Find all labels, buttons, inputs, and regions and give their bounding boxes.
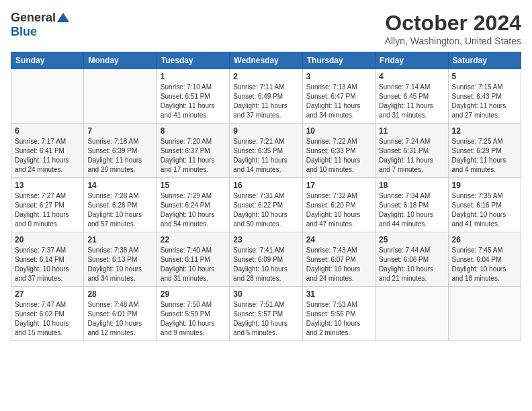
sunset-text: Sunset: 6:39 PM bbox=[87, 146, 152, 156]
sunset-text: Sunset: 6:09 PM bbox=[233, 255, 298, 265]
calendar-week-row: 6Sunrise: 7:17 AMSunset: 6:41 PMDaylight… bbox=[11, 124, 521, 178]
calendar-week-row: 13Sunrise: 7:27 AMSunset: 6:27 PMDayligh… bbox=[11, 178, 521, 232]
day-info: Sunrise: 7:27 AMSunset: 6:27 PMDaylight:… bbox=[15, 191, 80, 229]
sunset-text: Sunset: 6:35 PM bbox=[233, 146, 298, 156]
day-number: 15 bbox=[161, 181, 226, 190]
day-number: 21 bbox=[87, 235, 152, 244]
sunset-text: Sunset: 6:49 PM bbox=[233, 92, 298, 101]
day-info: Sunrise: 7:47 AMSunset: 6:02 PMDaylight:… bbox=[15, 300, 80, 338]
sunrise-text: Sunrise: 7:25 AM bbox=[452, 137, 517, 146]
calendar-week-row: 1Sunrise: 7:10 AMSunset: 6:51 PMDaylight… bbox=[11, 69, 521, 124]
day-number: 2 bbox=[233, 72, 298, 81]
logo: General Blue bbox=[11, 11, 69, 39]
daylight-text: Daylight: 10 hours and 34 minutes. bbox=[87, 265, 152, 283]
day-number: 11 bbox=[379, 126, 444, 136]
day-number: 10 bbox=[306, 126, 371, 136]
day-info: Sunrise: 7:32 AMSunset: 6:20 PMDaylight:… bbox=[306, 191, 371, 229]
sunrise-text: Sunrise: 7:22 AM bbox=[306, 137, 371, 146]
day-info: Sunrise: 7:45 AMSunset: 6:04 PMDaylight:… bbox=[452, 246, 517, 283]
sunrise-text: Sunrise: 7:24 AM bbox=[379, 137, 444, 146]
weekday-header: Thursday bbox=[302, 52, 375, 69]
daylight-text: Daylight: 11 hours and 24 minutes. bbox=[15, 156, 80, 175]
calendar-cell: 27Sunrise: 7:47 AMSunset: 6:02 PMDayligh… bbox=[11, 287, 84, 341]
calendar-cell bbox=[11, 69, 84, 124]
sunset-text: Sunset: 6:41 PM bbox=[15, 146, 80, 156]
sunrise-text: Sunrise: 7:50 AM bbox=[161, 300, 226, 310]
sunset-text: Sunset: 6:01 PM bbox=[87, 310, 152, 319]
calendar-cell bbox=[84, 69, 157, 124]
day-info: Sunrise: 7:53 AMSunset: 5:56 PMDaylight:… bbox=[306, 300, 371, 338]
day-info: Sunrise: 7:28 AMSunset: 6:26 PMDaylight:… bbox=[87, 191, 152, 229]
day-info: Sunrise: 7:10 AMSunset: 6:51 PMDaylight:… bbox=[161, 83, 226, 120]
day-number: 29 bbox=[161, 289, 226, 299]
daylight-text: Daylight: 11 hours and 27 minutes. bbox=[452, 101, 517, 120]
logo-icon bbox=[57, 11, 69, 24]
daylight-text: Daylight: 11 hours and 0 minutes. bbox=[15, 210, 80, 229]
sunset-text: Sunset: 6:18 PM bbox=[379, 201, 444, 210]
day-number: 4 bbox=[379, 72, 444, 81]
calendar-week-row: 27Sunrise: 7:47 AMSunset: 6:02 PMDayligh… bbox=[11, 287, 521, 341]
calendar-cell: 28Sunrise: 7:48 AMSunset: 6:01 PMDayligh… bbox=[84, 287, 157, 341]
sunrise-text: Sunrise: 7:35 AM bbox=[452, 191, 517, 201]
sunset-text: Sunset: 6:33 PM bbox=[306, 146, 371, 156]
sunset-text: Sunset: 6:43 PM bbox=[452, 92, 517, 101]
sunrise-text: Sunrise: 7:48 AM bbox=[87, 300, 152, 310]
day-number: 6 bbox=[15, 126, 80, 136]
sunrise-text: Sunrise: 7:34 AM bbox=[379, 191, 444, 201]
sunrise-text: Sunrise: 7:51 AM bbox=[233, 300, 298, 310]
daylight-text: Daylight: 11 hours and 31 minutes. bbox=[379, 101, 444, 120]
sunrise-text: Sunrise: 7:45 AM bbox=[452, 246, 517, 255]
daylight-text: Daylight: 10 hours and 54 minutes. bbox=[161, 210, 226, 229]
daylight-text: Daylight: 10 hours and 2 minutes. bbox=[306, 319, 371, 338]
calendar-cell: 4Sunrise: 7:14 AMSunset: 6:45 PMDaylight… bbox=[375, 69, 448, 124]
day-info: Sunrise: 7:21 AMSunset: 6:35 PMDaylight:… bbox=[233, 137, 298, 175]
sunrise-text: Sunrise: 7:32 AM bbox=[306, 191, 371, 201]
daylight-text: Daylight: 11 hours and 37 minutes. bbox=[233, 101, 298, 120]
sunrise-text: Sunrise: 7:41 AM bbox=[233, 246, 298, 255]
weekday-header: Sunday bbox=[11, 52, 84, 69]
day-info: Sunrise: 7:40 AMSunset: 6:11 PMDaylight:… bbox=[161, 246, 226, 283]
calendar-cell bbox=[448, 287, 521, 341]
day-info: Sunrise: 7:17 AMSunset: 6:41 PMDaylight:… bbox=[15, 137, 80, 175]
daylight-text: Daylight: 11 hours and 41 minutes. bbox=[161, 101, 226, 120]
calendar-cell: 16Sunrise: 7:31 AMSunset: 6:22 PMDayligh… bbox=[230, 178, 302, 232]
calendar-cell: 21Sunrise: 7:38 AMSunset: 6:13 PMDayligh… bbox=[84, 232, 157, 287]
calendar-cell: 19Sunrise: 7:35 AMSunset: 6:16 PMDayligh… bbox=[448, 178, 521, 232]
calendar-cell: 23Sunrise: 7:41 AMSunset: 6:09 PMDayligh… bbox=[230, 232, 302, 287]
day-number: 23 bbox=[233, 235, 298, 244]
sunset-text: Sunset: 5:59 PM bbox=[161, 310, 226, 319]
calendar-cell bbox=[375, 287, 448, 341]
daylight-text: Daylight: 11 hours and 10 minutes. bbox=[306, 156, 371, 175]
sunrise-text: Sunrise: 7:18 AM bbox=[87, 137, 152, 146]
sunset-text: Sunset: 6:06 PM bbox=[379, 255, 444, 265]
sunrise-text: Sunrise: 7:13 AM bbox=[306, 83, 371, 92]
daylight-text: Daylight: 10 hours and 18 minutes. bbox=[452, 265, 517, 283]
calendar-cell: 1Sunrise: 7:10 AMSunset: 6:51 PMDaylight… bbox=[157, 69, 229, 124]
calendar-cell: 2Sunrise: 7:11 AMSunset: 6:49 PMDaylight… bbox=[230, 69, 302, 124]
day-info: Sunrise: 7:31 AMSunset: 6:22 PMDaylight:… bbox=[233, 191, 298, 229]
weekday-header: Wednesday bbox=[230, 52, 302, 69]
day-number: 27 bbox=[15, 289, 80, 299]
calendar-cell: 15Sunrise: 7:29 AMSunset: 6:24 PMDayligh… bbox=[157, 178, 229, 232]
day-number: 28 bbox=[87, 289, 152, 299]
day-number: 26 bbox=[452, 235, 517, 244]
day-info: Sunrise: 7:29 AMSunset: 6:24 PMDaylight:… bbox=[161, 191, 226, 229]
sunset-text: Sunset: 6:29 PM bbox=[452, 146, 517, 156]
daylight-text: Daylight: 10 hours and 44 minutes. bbox=[379, 210, 444, 229]
daylight-text: Daylight: 10 hours and 57 minutes. bbox=[87, 210, 152, 229]
sunset-text: Sunset: 6:11 PM bbox=[161, 255, 226, 265]
sunset-text: Sunset: 6:24 PM bbox=[161, 201, 226, 210]
calendar-cell: 13Sunrise: 7:27 AMSunset: 6:27 PMDayligh… bbox=[11, 178, 84, 232]
calendar-cell: 31Sunrise: 7:53 AMSunset: 5:56 PMDayligh… bbox=[302, 287, 375, 341]
calendar-cell: 8Sunrise: 7:20 AMSunset: 6:37 PMDaylight… bbox=[157, 124, 229, 178]
day-number: 8 bbox=[161, 126, 226, 136]
day-number: 17 bbox=[306, 181, 371, 190]
day-number: 5 bbox=[452, 72, 517, 81]
day-info: Sunrise: 7:15 AMSunset: 6:43 PMDaylight:… bbox=[452, 83, 517, 120]
calendar-cell: 3Sunrise: 7:13 AMSunset: 6:47 PMDaylight… bbox=[302, 69, 375, 124]
logo-blue-text: Blue bbox=[11, 25, 37, 39]
sunrise-text: Sunrise: 7:10 AM bbox=[161, 83, 226, 92]
sunrise-text: Sunrise: 7:53 AM bbox=[306, 300, 371, 310]
day-info: Sunrise: 7:11 AMSunset: 6:49 PMDaylight:… bbox=[233, 83, 298, 120]
day-info: Sunrise: 7:18 AMSunset: 6:39 PMDaylight:… bbox=[87, 137, 152, 175]
